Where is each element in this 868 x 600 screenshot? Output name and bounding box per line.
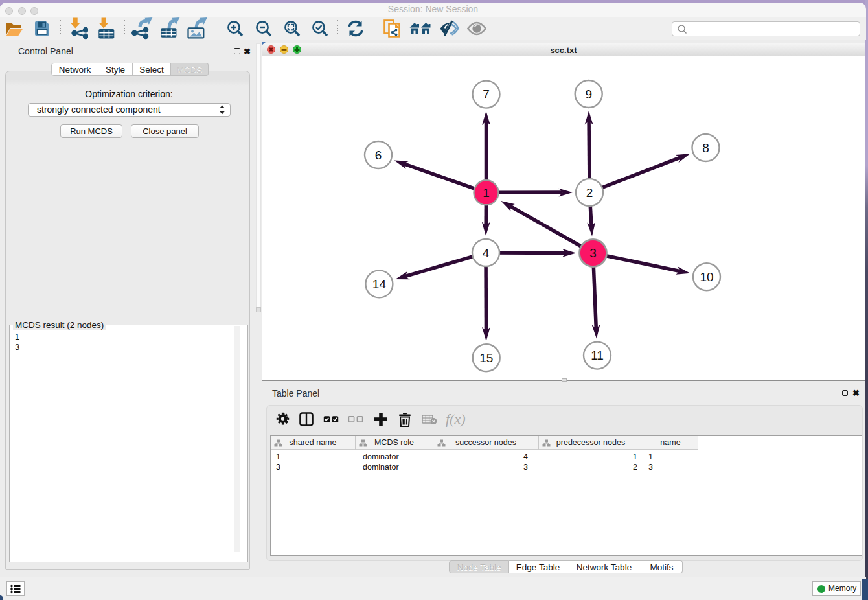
svg-text:10: 10 [700,270,713,284]
svg-text:9: 9 [585,87,592,101]
svg-text:15: 15 [479,351,493,365]
svg-text:1: 1 [483,186,490,200]
svg-text:11: 11 [591,349,604,362]
svg-text:8: 8 [702,141,709,155]
svg-text:14: 14 [372,277,387,291]
svg-text:2: 2 [586,186,593,200]
svg-text:4: 4 [483,246,490,260]
svg-text:7: 7 [483,87,490,101]
svg-text:6: 6 [375,148,382,162]
svg-text:3: 3 [589,246,597,260]
